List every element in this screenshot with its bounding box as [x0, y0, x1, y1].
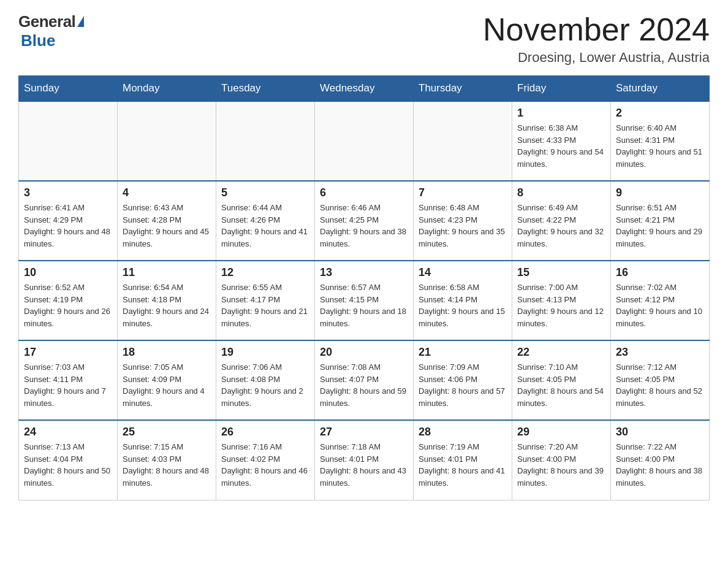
day-info: Sunrise: 6:54 AM Sunset: 4:18 PM Dayligh…: [123, 282, 211, 329]
week-row-1: 3Sunrise: 6:41 AM Sunset: 4:29 PM Daylig…: [19, 181, 710, 261]
day-info: Sunrise: 7:20 AM Sunset: 4:00 PM Dayligh…: [517, 441, 605, 489]
header-tuesday: Tuesday: [216, 76, 315, 102]
day-info: Sunrise: 6:41 AM Sunset: 4:29 PM Dayligh…: [24, 202, 112, 250]
day-info: Sunrise: 6:38 AM Sunset: 4:33 PM Dayligh…: [517, 122, 605, 170]
day-number: 4: [123, 186, 211, 199]
location-title: Droesing, Lower Austria, Austria: [483, 50, 710, 66]
calendar-table: SundayMondayTuesdayWednesdayThursdayFrid…: [18, 75, 710, 500]
day-number: 20: [320, 346, 408, 359]
calendar-cell: 6Sunrise: 6:46 AM Sunset: 4:25 PM Daylig…: [315, 181, 414, 261]
calendar-cell: 27Sunrise: 7:18 AM Sunset: 4:01 PM Dayli…: [315, 420, 414, 500]
day-info: Sunrise: 7:09 AM Sunset: 4:06 PM Dayligh…: [419, 361, 507, 409]
calendar-cell: 10Sunrise: 6:52 AM Sunset: 4:19 PM Dayli…: [19, 261, 118, 340]
logo-general: General: [18, 12, 75, 31]
day-info: Sunrise: 6:44 AM Sunset: 4:26 PM Dayligh…: [221, 202, 309, 250]
calendar-cell: 15Sunrise: 7:00 AM Sunset: 4:13 PM Dayli…: [512, 261, 611, 340]
day-number: 24: [24, 426, 112, 439]
day-number: 25: [123, 426, 211, 439]
day-number: 15: [517, 266, 605, 279]
day-number: 28: [419, 426, 507, 439]
calendar-cell: [315, 101, 414, 181]
header-wednesday: Wednesday: [315, 76, 414, 102]
day-info: Sunrise: 7:06 AM Sunset: 4:08 PM Dayligh…: [221, 361, 309, 409]
header-saturday: Saturday: [611, 76, 710, 102]
day-number: 29: [517, 426, 605, 439]
day-info: Sunrise: 6:51 AM Sunset: 4:21 PM Dayligh…: [616, 202, 704, 250]
day-number: 23: [616, 346, 704, 359]
week-row-0: 1Sunrise: 6:38 AM Sunset: 4:33 PM Daylig…: [19, 101, 710, 181]
calendar-cell: 17Sunrise: 7:03 AM Sunset: 4:11 PM Dayli…: [19, 340, 118, 420]
calendar-cell: 14Sunrise: 6:58 AM Sunset: 4:14 PM Dayli…: [414, 261, 512, 340]
day-info: Sunrise: 7:10 AM Sunset: 4:05 PM Dayligh…: [517, 361, 605, 409]
calendar-cell: [414, 101, 512, 181]
day-number: 11: [123, 266, 211, 279]
day-info: Sunrise: 7:13 AM Sunset: 4:04 PM Dayligh…: [24, 441, 112, 489]
week-row-3: 17Sunrise: 7:03 AM Sunset: 4:11 PM Dayli…: [19, 340, 710, 420]
day-number: 12: [221, 266, 309, 279]
day-info: Sunrise: 6:52 AM Sunset: 4:19 PM Dayligh…: [24, 282, 112, 329]
header-monday: Monday: [118, 76, 216, 102]
calendar-cell: 13Sunrise: 6:57 AM Sunset: 4:15 PM Dayli…: [315, 261, 414, 340]
calendar-header-row: SundayMondayTuesdayWednesdayThursdayFrid…: [19, 76, 710, 102]
month-title: November 2024: [483, 12, 710, 47]
day-info: Sunrise: 7:03 AM Sunset: 4:11 PM Dayligh…: [24, 361, 112, 409]
day-number: 19: [221, 346, 309, 359]
calendar-cell: [118, 101, 216, 181]
header-sunday: Sunday: [19, 76, 118, 102]
day-info: Sunrise: 6:48 AM Sunset: 4:23 PM Dayligh…: [419, 202, 507, 250]
day-info: Sunrise: 7:00 AM Sunset: 4:13 PM Dayligh…: [517, 282, 605, 329]
calendar-cell: 20Sunrise: 7:08 AM Sunset: 4:07 PM Dayli…: [315, 340, 414, 420]
calendar-cell: 25Sunrise: 7:15 AM Sunset: 4:03 PM Dayli…: [118, 420, 216, 500]
day-number: 30: [616, 426, 704, 439]
calendar-cell: 3Sunrise: 6:41 AM Sunset: 4:29 PM Daylig…: [19, 181, 118, 261]
week-row-2: 10Sunrise: 6:52 AM Sunset: 4:19 PM Dayli…: [19, 261, 710, 340]
logo-blue: Blue: [18, 31, 55, 50]
day-info: Sunrise: 7:02 AM Sunset: 4:12 PM Dayligh…: [616, 282, 704, 329]
calendar-cell: 1Sunrise: 6:38 AM Sunset: 4:33 PM Daylig…: [512, 101, 611, 181]
calendar-cell: 26Sunrise: 7:16 AM Sunset: 4:02 PM Dayli…: [216, 420, 315, 500]
day-info: Sunrise: 7:12 AM Sunset: 4:05 PM Dayligh…: [616, 361, 704, 409]
logo: General Blue: [18, 12, 84, 50]
day-number: 6: [320, 186, 408, 199]
day-number: 27: [320, 426, 408, 439]
day-number: 13: [320, 266, 408, 279]
day-number: 14: [419, 266, 507, 279]
day-info: Sunrise: 6:57 AM Sunset: 4:15 PM Dayligh…: [320, 282, 408, 329]
day-info: Sunrise: 7:16 AM Sunset: 4:02 PM Dayligh…: [221, 441, 309, 489]
day-number: 8: [517, 186, 605, 199]
calendar-cell: 21Sunrise: 7:09 AM Sunset: 4:06 PM Dayli…: [414, 340, 512, 420]
day-info: Sunrise: 7:05 AM Sunset: 4:09 PM Dayligh…: [123, 361, 211, 409]
day-number: 17: [24, 346, 112, 359]
title-area: November 2024 Droesing, Lower Austria, A…: [483, 12, 710, 66]
header-thursday: Thursday: [414, 76, 512, 102]
day-number: 1: [517, 107, 605, 120]
day-info: Sunrise: 6:43 AM Sunset: 4:28 PM Dayligh…: [123, 202, 211, 250]
day-number: 2: [616, 107, 704, 120]
day-info: Sunrise: 7:18 AM Sunset: 4:01 PM Dayligh…: [320, 441, 408, 489]
day-number: 9: [616, 186, 704, 199]
calendar-cell: 2Sunrise: 6:40 AM Sunset: 4:31 PM Daylig…: [611, 101, 710, 181]
calendar-cell: 5Sunrise: 6:44 AM Sunset: 4:26 PM Daylig…: [216, 181, 315, 261]
day-number: 5: [221, 186, 309, 199]
header-friday: Friday: [512, 76, 611, 102]
day-info: Sunrise: 7:15 AM Sunset: 4:03 PM Dayligh…: [123, 441, 211, 489]
calendar-cell: [19, 101, 118, 181]
logo-triangle-icon: [77, 16, 84, 27]
calendar-cell: 19Sunrise: 7:06 AM Sunset: 4:08 PM Dayli…: [216, 340, 315, 420]
day-info: Sunrise: 6:46 AM Sunset: 4:25 PM Dayligh…: [320, 202, 408, 250]
calendar-cell: 9Sunrise: 6:51 AM Sunset: 4:21 PM Daylig…: [611, 181, 710, 261]
calendar-cell: 28Sunrise: 7:19 AM Sunset: 4:01 PM Dayli…: [414, 420, 512, 500]
day-number: 22: [517, 346, 605, 359]
calendar-cell: 16Sunrise: 7:02 AM Sunset: 4:12 PM Dayli…: [611, 261, 710, 340]
day-number: 18: [123, 346, 211, 359]
calendar-cell: 23Sunrise: 7:12 AM Sunset: 4:05 PM Dayli…: [611, 340, 710, 420]
calendar-cell: 7Sunrise: 6:48 AM Sunset: 4:23 PM Daylig…: [414, 181, 512, 261]
calendar-cell: 8Sunrise: 6:49 AM Sunset: 4:22 PM Daylig…: [512, 181, 611, 261]
calendar-cell: 4Sunrise: 6:43 AM Sunset: 4:28 PM Daylig…: [118, 181, 216, 261]
calendar-cell: 11Sunrise: 6:54 AM Sunset: 4:18 PM Dayli…: [118, 261, 216, 340]
week-row-4: 24Sunrise: 7:13 AM Sunset: 4:04 PM Dayli…: [19, 420, 710, 500]
day-info: Sunrise: 7:19 AM Sunset: 4:01 PM Dayligh…: [419, 441, 507, 489]
calendar-cell: 30Sunrise: 7:22 AM Sunset: 4:00 PM Dayli…: [611, 420, 710, 500]
day-info: Sunrise: 6:55 AM Sunset: 4:17 PM Dayligh…: [221, 282, 309, 329]
day-info: Sunrise: 6:40 AM Sunset: 4:31 PM Dayligh…: [616, 122, 704, 170]
